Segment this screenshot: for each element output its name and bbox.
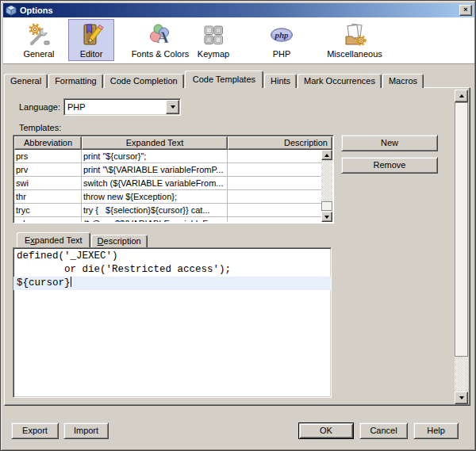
tab-code-completion[interactable]: Code Completion: [104, 74, 184, 88]
cell-expanded-text: throw new ${Exception};: [82, 190, 228, 204]
scrollbar-thumb[interactable]: [455, 102, 468, 357]
tab-mnemonic: D: [98, 236, 104, 246]
templates-label: Templates:: [19, 123, 61, 132]
column-header-description[interactable]: Description: [228, 136, 332, 150]
cell-expanded-text: print "${cursor}";: [82, 150, 228, 163]
cell-description: [228, 163, 323, 177]
category-label: PHP: [273, 49, 291, 59]
tab-macros[interactable]: Macros: [382, 74, 424, 88]
table-row[interactable]: tryc try { ${selection}${cursor}} cat...: [14, 204, 323, 217]
close-button[interactable]: ×: [459, 5, 472, 16]
papers-gear-icon: [342, 22, 367, 48]
category-fonts-colors[interactable]: A Fonts & Colors: [125, 19, 196, 61]
tab-formatting[interactable]: Formatting: [48, 74, 103, 88]
window-cube-icon: [6, 5, 17, 16]
chevron-up-icon: [324, 154, 329, 157]
category-php[interactable]: php PHP: [258, 19, 305, 61]
cell-description: [228, 217, 323, 222]
cell-expanded-text: print "\${VARIABLE variableFromP...: [82, 163, 228, 177]
chevron-down-icon: [171, 105, 175, 109]
color-circles-letter-icon: A: [148, 22, 173, 48]
code-templates-panel: Language: PHP Templates: Abbreviation Ex…: [4, 87, 470, 406]
category-general[interactable]: General: [14, 19, 63, 61]
category-miscellaneous[interactable]: Miscellaneous: [321, 19, 389, 61]
table-body: prs print "${cursor}"; prv print "\${VAR…: [14, 150, 323, 222]
scroll-up-button[interactable]: [321, 150, 332, 160]
cell-abbreviation: prs: [14, 150, 82, 163]
category-label: Miscellaneous: [327, 49, 382, 59]
book-pencil-icon: [79, 22, 104, 48]
scroll-down-button[interactable]: [321, 212, 332, 222]
category-label: General: [23, 49, 54, 59]
tab-label-part: panded Text: [35, 235, 83, 245]
panel-vertical-scrollbar[interactable]: [455, 90, 468, 404]
category-label: Keymap: [198, 49, 229, 59]
table-row[interactable]: prv print "\${VARIABLE variableFromP...: [14, 163, 323, 177]
cell-abbreviation: vdoc: [14, 217, 82, 222]
cell-description: [228, 190, 323, 204]
php-text-glyph: php: [274, 30, 289, 40]
editor-line: defined('_JEXEC'): [13, 250, 331, 263]
export-button[interactable]: Export: [11, 422, 59, 439]
language-label: Language:: [19, 102, 60, 112]
tab-mark-occurrences[interactable]: Mark Occurrences: [298, 74, 382, 88]
language-select[interactable]: PHP: [63, 98, 181, 116]
options-dialog: Options × General: [0, 0, 476, 451]
cancel-button[interactable]: Cancel: [359, 422, 408, 439]
cell-expanded-text: switch (${VARIABLE variableFrom...: [82, 177, 228, 190]
chevron-down-icon: [324, 216, 329, 219]
php-logo-icon: php: [269, 22, 294, 48]
language-value: PHP: [64, 102, 166, 112]
keyboard-keys-icon: [201, 22, 226, 48]
cell-abbreviation: thr: [14, 190, 82, 204]
remove-button[interactable]: Remove: [341, 157, 438, 174]
title-bar[interactable]: Options ×: [3, 3, 474, 17]
letter-a-glyph: A: [156, 27, 169, 47]
category-keymap[interactable]: Keymap: [190, 19, 237, 61]
tab-general[interactable]: General: [4, 74, 48, 88]
ok-button[interactable]: OK: [298, 422, 354, 439]
category-label: Editor: [80, 49, 103, 59]
editor-line-text: defined('_JEXEC'): [17, 250, 118, 262]
text-caret: [71, 277, 72, 287]
table-header: Abbreviation Expanded Text Description: [14, 136, 332, 150]
tab-expanded-text[interactable]: Expanded Text: [17, 232, 90, 247]
chevron-down-icon: [459, 396, 464, 399]
table-row[interactable]: vdoc /* @var $${VARIABLE variableFr...: [14, 217, 323, 222]
column-header-abbreviation[interactable]: Abbreviation: [14, 136, 82, 150]
editor-line-text: or die('Restricted access');: [17, 264, 231, 275]
gears-wrench-icon: [26, 22, 52, 48]
tab-code-templates[interactable]: Code Templates: [185, 71, 263, 88]
combo-dropdown-button[interactable]: [166, 100, 179, 114]
cell-abbreviation: swi: [14, 177, 82, 190]
table-row[interactable]: swi switch (${VARIABLE variableFrom...: [14, 177, 323, 190]
table-vertical-scrollbar[interactable]: [321, 150, 332, 222]
category-editor[interactable]: Editor: [68, 19, 114, 61]
table-row[interactable]: prs print "${cursor}";: [14, 150, 323, 163]
table-row[interactable]: thr throw new ${Exception};: [14, 190, 323, 204]
scroll-down-button[interactable]: [455, 392, 468, 404]
template-detail-tabstrip: Expanded Text Description: [17, 232, 148, 247]
category-toolbar: General Editor A: [3, 17, 474, 64]
cell-description: [228, 204, 323, 217]
import-button[interactable]: Import: [63, 422, 109, 439]
cell-expanded-text: /* @var $${VARIABLE variableFr...: [82, 217, 228, 222]
editor-settings-tabstrip: General Formatting Code Completion Code …: [4, 71, 424, 88]
help-button[interactable]: Help: [413, 422, 459, 439]
templates-table: Abbreviation Expanded Text Description p…: [13, 135, 334, 224]
expanded-text-editor[interactable]: defined('_JEXEC') or die('Restricted acc…: [13, 247, 332, 398]
editor-active-line: ${cursor}: [13, 277, 331, 290]
editor-line: or die('Restricted access');: [13, 263, 331, 277]
scroll-up-button[interactable]: [455, 90, 468, 102]
scrollbar-thumb[interactable]: [321, 201, 332, 211]
cell-description: [228, 177, 323, 190]
cell-expanded-text: try { ${selection}${cursor}} cat...: [82, 204, 228, 217]
cell-abbreviation: prv: [14, 163, 82, 177]
cell-description: [228, 150, 323, 163]
category-label: Fonts & Colors: [132, 49, 190, 59]
column-header-expanded-text[interactable]: Expanded Text: [82, 136, 228, 150]
tab-hints[interactable]: Hints: [264, 74, 297, 88]
tab-description[interactable]: Description: [91, 235, 148, 247]
new-button[interactable]: New: [341, 135, 438, 151]
cell-abbreviation: tryc: [14, 204, 82, 217]
